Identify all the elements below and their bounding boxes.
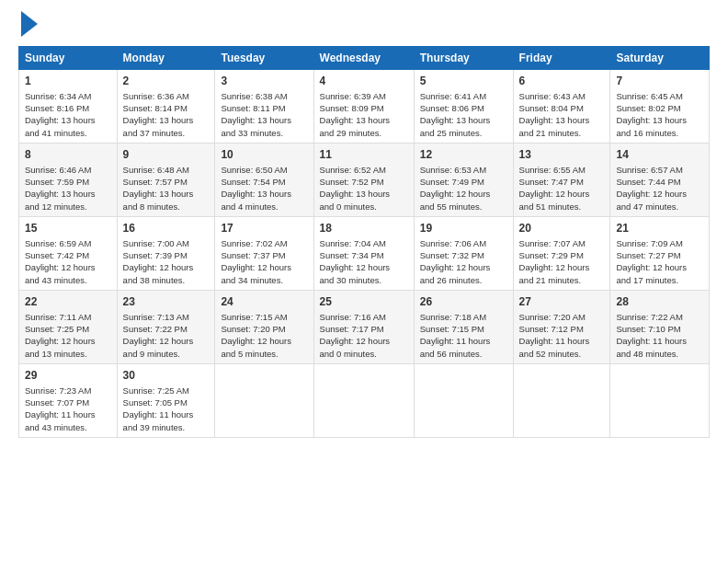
day-number: 3 bbox=[221, 74, 307, 89]
day-number: 16 bbox=[123, 221, 210, 236]
day-info: Sunrise: 6:34 AMSunset: 8:16 PMDaylight:… bbox=[25, 90, 111, 139]
day-info: Sunrise: 7:23 AMSunset: 7:07 PMDaylight:… bbox=[25, 385, 111, 433]
day-info: Sunrise: 7:02 AMSunset: 7:37 PMDaylight:… bbox=[221, 237, 307, 286]
day-cell: 14Sunrise: 6:57 AMSunset: 7:44 PMDayligh… bbox=[610, 143, 710, 216]
day-number: 17 bbox=[221, 221, 307, 236]
header bbox=[18, 15, 710, 37]
day-cell: 12Sunrise: 6:53 AMSunset: 7:49 PMDayligh… bbox=[414, 143, 513, 216]
day-number: 2 bbox=[123, 74, 210, 89]
day-info: Sunrise: 7:00 AMSunset: 7:39 PMDaylight:… bbox=[123, 237, 210, 286]
day-cell: 28Sunrise: 7:22 AMSunset: 7:10 PMDayligh… bbox=[610, 290, 710, 363]
day-cell: 1Sunrise: 6:34 AMSunset: 8:16 PMDaylight… bbox=[19, 70, 118, 144]
day-number: 20 bbox=[519, 221, 605, 236]
week-row-5: 29Sunrise: 7:23 AMSunset: 7:07 PMDayligh… bbox=[19, 363, 710, 437]
day-info: Sunrise: 6:43 AMSunset: 8:04 PMDaylight:… bbox=[519, 90, 605, 139]
week-row-3: 15Sunrise: 6:59 AMSunset: 7:42 PMDayligh… bbox=[19, 216, 710, 290]
day-info: Sunrise: 6:46 AMSunset: 7:59 PMDaylight:… bbox=[25, 164, 111, 213]
day-cell: 30Sunrise: 7:25 AMSunset: 7:05 PMDayligh… bbox=[117, 363, 215, 437]
day-info: Sunrise: 7:16 AMSunset: 7:17 PMDaylight:… bbox=[320, 311, 408, 360]
day-cell: 22Sunrise: 7:11 AMSunset: 7:25 PMDayligh… bbox=[19, 290, 118, 363]
day-info: Sunrise: 7:13 AMSunset: 7:22 PMDaylight:… bbox=[123, 311, 210, 360]
logo bbox=[18, 15, 38, 37]
day-cell bbox=[513, 363, 610, 437]
col-header-tuesday: Tuesday bbox=[215, 47, 313, 70]
day-cell: 18Sunrise: 7:04 AMSunset: 7:34 PMDayligh… bbox=[313, 216, 414, 290]
calendar-table: SundayMondayTuesdayWednesdayThursdayFrid… bbox=[18, 46, 710, 438]
day-cell: 3Sunrise: 6:38 AMSunset: 8:11 PMDaylight… bbox=[215, 70, 313, 144]
day-cell: 8Sunrise: 6:46 AMSunset: 7:59 PMDaylight… bbox=[19, 143, 118, 216]
day-cell: 19Sunrise: 7:06 AMSunset: 7:32 PMDayligh… bbox=[414, 216, 513, 290]
col-header-friday: Friday bbox=[513, 47, 610, 70]
week-row-2: 8Sunrise: 6:46 AMSunset: 7:59 PMDaylight… bbox=[19, 143, 710, 216]
day-info: Sunrise: 6:57 AMSunset: 7:44 PMDaylight:… bbox=[616, 164, 703, 213]
day-cell: 2Sunrise: 6:36 AMSunset: 8:14 PMDaylight… bbox=[117, 70, 215, 144]
day-number: 1 bbox=[25, 74, 111, 89]
day-info: Sunrise: 7:15 AMSunset: 7:20 PMDaylight:… bbox=[221, 311, 307, 360]
col-header-saturday: Saturday bbox=[610, 47, 710, 70]
day-cell: 9Sunrise: 6:48 AMSunset: 7:57 PMDaylight… bbox=[117, 143, 215, 216]
day-info: Sunrise: 6:45 AMSunset: 8:02 PMDaylight:… bbox=[616, 90, 703, 139]
day-number: 5 bbox=[420, 74, 507, 89]
day-number: 11 bbox=[320, 147, 408, 163]
day-cell: 7Sunrise: 6:45 AMSunset: 8:02 PMDaylight… bbox=[610, 70, 710, 144]
day-number: 23 bbox=[123, 294, 210, 310]
day-info: Sunrise: 7:20 AMSunset: 7:12 PMDaylight:… bbox=[519, 311, 605, 360]
day-info: Sunrise: 6:48 AMSunset: 7:57 PMDaylight:… bbox=[123, 164, 210, 213]
week-row-1: 1Sunrise: 6:34 AMSunset: 8:16 PMDaylight… bbox=[19, 70, 710, 144]
day-cell: 5Sunrise: 6:41 AMSunset: 8:06 PMDaylight… bbox=[414, 70, 513, 144]
day-info: Sunrise: 7:04 AMSunset: 7:34 PMDaylight:… bbox=[320, 237, 408, 286]
day-info: Sunrise: 6:38 AMSunset: 8:11 PMDaylight:… bbox=[221, 90, 307, 139]
day-number: 24 bbox=[221, 294, 307, 310]
day-info: Sunrise: 6:55 AMSunset: 7:47 PMDaylight:… bbox=[519, 164, 605, 213]
day-cell: 23Sunrise: 7:13 AMSunset: 7:22 PMDayligh… bbox=[117, 290, 215, 363]
day-number: 21 bbox=[616, 221, 703, 236]
day-number: 6 bbox=[519, 74, 605, 89]
day-cell bbox=[610, 363, 710, 437]
day-number: 25 bbox=[320, 294, 408, 310]
day-number: 7 bbox=[616, 74, 703, 89]
day-info: Sunrise: 6:52 AMSunset: 7:52 PMDaylight:… bbox=[320, 164, 408, 213]
day-number: 28 bbox=[616, 294, 703, 310]
col-header-wednesday: Wednesday bbox=[313, 47, 414, 70]
day-info: Sunrise: 6:53 AMSunset: 7:49 PMDaylight:… bbox=[420, 164, 507, 213]
col-header-monday: Monday bbox=[117, 47, 215, 70]
day-cell: 4Sunrise: 6:39 AMSunset: 8:09 PMDaylight… bbox=[313, 70, 414, 144]
day-number: 13 bbox=[519, 147, 605, 163]
day-number: 19 bbox=[420, 221, 507, 236]
day-cell: 24Sunrise: 7:15 AMSunset: 7:20 PMDayligh… bbox=[215, 290, 313, 363]
day-cell: 6Sunrise: 6:43 AMSunset: 8:04 PMDaylight… bbox=[513, 70, 610, 144]
day-number: 22 bbox=[25, 294, 111, 310]
header-row: SundayMondayTuesdayWednesdayThursdayFrid… bbox=[19, 47, 710, 70]
day-cell: 25Sunrise: 7:16 AMSunset: 7:17 PMDayligh… bbox=[313, 290, 414, 363]
day-cell bbox=[313, 363, 414, 437]
day-number: 29 bbox=[25, 368, 111, 384]
day-number: 8 bbox=[25, 147, 111, 163]
day-number: 9 bbox=[123, 147, 210, 163]
day-number: 12 bbox=[420, 147, 507, 163]
day-info: Sunrise: 6:41 AMSunset: 8:06 PMDaylight:… bbox=[420, 90, 507, 139]
page: SundayMondayTuesdayWednesdayThursdayFrid… bbox=[0, 0, 728, 563]
day-info: Sunrise: 7:07 AMSunset: 7:29 PMDaylight:… bbox=[519, 237, 605, 286]
col-header-thursday: Thursday bbox=[414, 47, 513, 70]
day-cell: 13Sunrise: 6:55 AMSunset: 7:47 PMDayligh… bbox=[513, 143, 610, 216]
day-cell bbox=[215, 363, 313, 437]
day-info: Sunrise: 7:09 AMSunset: 7:27 PMDaylight:… bbox=[616, 237, 703, 286]
day-number: 4 bbox=[320, 74, 408, 89]
day-cell: 10Sunrise: 6:50 AMSunset: 7:54 PMDayligh… bbox=[215, 143, 313, 216]
day-info: Sunrise: 7:06 AMSunset: 7:32 PMDaylight:… bbox=[420, 237, 507, 286]
week-row-4: 22Sunrise: 7:11 AMSunset: 7:25 PMDayligh… bbox=[19, 290, 710, 363]
day-cell: 27Sunrise: 7:20 AMSunset: 7:12 PMDayligh… bbox=[513, 290, 610, 363]
day-number: 15 bbox=[25, 221, 111, 236]
day-cell: 26Sunrise: 7:18 AMSunset: 7:15 PMDayligh… bbox=[414, 290, 513, 363]
day-cell: 16Sunrise: 7:00 AMSunset: 7:39 PMDayligh… bbox=[117, 216, 215, 290]
day-info: Sunrise: 7:22 AMSunset: 7:10 PMDaylight:… bbox=[616, 311, 703, 360]
day-cell: 29Sunrise: 7:23 AMSunset: 7:07 PMDayligh… bbox=[19, 363, 118, 437]
day-number: 10 bbox=[221, 147, 307, 163]
day-info: Sunrise: 7:25 AMSunset: 7:05 PMDaylight:… bbox=[123, 385, 210, 433]
col-header-sunday: Sunday bbox=[19, 47, 118, 70]
day-info: Sunrise: 6:59 AMSunset: 7:42 PMDaylight:… bbox=[25, 237, 111, 286]
day-cell: 21Sunrise: 7:09 AMSunset: 7:27 PMDayligh… bbox=[610, 216, 710, 290]
day-number: 18 bbox=[320, 221, 408, 236]
day-number: 14 bbox=[616, 147, 703, 163]
day-cell bbox=[414, 363, 513, 437]
